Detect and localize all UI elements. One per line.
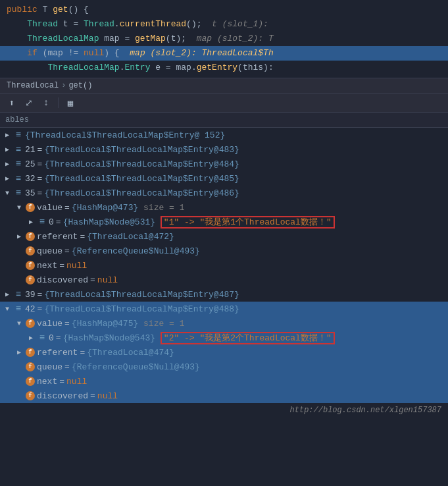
tree-arrow[interactable]	[14, 319, 24, 328]
var-value: null	[66, 377, 87, 387]
field-icon: f	[26, 377, 35, 386]
tree-arrow[interactable]	[3, 174, 12, 183]
var-value: {ThreadLocal$ThreadLocalMap$Entry@484}	[44, 159, 239, 169]
tree-row[interactable]: fqueue = {ReferenceQueue$Null@493}	[0, 360, 448, 374]
toolbar-step-into[interactable]: ⤢	[22, 96, 36, 109]
var-value: {ThreadLocal$ThreadLocalMap$Entry@ 152}	[25, 130, 225, 140]
var-value: {ReferenceQueue$Null@493}	[72, 246, 200, 256]
tree-row[interactable]: {ThreadLocal$ThreadLocalMap$Entry@ 152}	[0, 128, 448, 142]
var-equals: =	[90, 391, 95, 401]
var-name: referent	[37, 232, 78, 242]
var-equals: =	[64, 203, 70, 213]
tree-row[interactable]: 32 = {ThreadLocal$ThreadLocalMap$Entry@4…	[0, 171, 448, 186]
var-name: value	[37, 319, 62, 329]
var-name: 32	[25, 174, 36, 184]
var-name: 0	[49, 217, 54, 227]
tree-row[interactable]: 35 = {ThreadLocal$ThreadLocalMap$Entry@4…	[0, 186, 448, 200]
list-icon	[14, 130, 23, 140]
breadcrumb-get: get()	[68, 81, 92, 90]
var-equals: =	[37, 304, 43, 314]
tree-row[interactable]: 25 = {ThreadLocal$ThreadLocalMap$Entry@4…	[0, 157, 448, 171]
breadcrumb: ThreadLocal › get()	[0, 78, 448, 94]
var-equals: =	[59, 377, 64, 387]
var-equals: =	[59, 261, 64, 271]
toolbar-step-over[interactable]: ↕	[39, 96, 53, 109]
tree-row[interactable]: fdiscovered = null	[0, 389, 448, 403]
var-name: queue	[37, 362, 62, 372]
tree-row[interactable]: fvalue = {HashMap@473} size = 1	[0, 200, 448, 215]
code-line-1: public T get() {	[0, 3, 448, 17]
var-highlight-value: "2" -> "我是第2个ThreadLocal数据！"	[161, 332, 335, 344]
field-icon: f	[26, 348, 35, 357]
tree-arrow[interactable]	[3, 188, 12, 198]
tree-row[interactable]: 39 = {ThreadLocal$ThreadLocalMap$Entry@4…	[0, 287, 448, 302]
var-value: null	[66, 261, 87, 271]
var-name: queue	[37, 246, 62, 256]
tree-row[interactable]: 0 = {HashMap$Node@543} "2" -> "我是第2个Thre…	[0, 331, 448, 345]
field-icon: f	[26, 391, 35, 400]
var-equals: =	[64, 246, 70, 256]
var-value: {ThreadLocal$ThreadLocalMap$Entry@486}	[44, 188, 239, 198]
toolbar-step-out[interactable]: ⬆	[5, 96, 18, 109]
field-icon: f	[26, 362, 35, 371]
var-value: {ThreadLocal$ThreadLocalMap$Entry@485}	[44, 174, 239, 184]
tree-arrow[interactable]	[26, 217, 36, 227]
var-equals: =	[64, 319, 70, 329]
list-icon	[14, 290, 23, 299]
variables-header: ables	[0, 113, 448, 128]
var-name: discovered	[37, 275, 88, 285]
tree-arrow[interactable]	[3, 159, 12, 169]
var-value: {ThreadLocal$ThreadLocalMap$Entry@483}	[44, 145, 239, 155]
tree-row[interactable]: fnext = null	[0, 258, 448, 273]
var-value: {HashMap$Node@543} "2" -> "我是第2个ThreadLo…	[63, 332, 335, 344]
code-line-2: Thread t = Thread.currentThread(); t (sl…	[0, 17, 448, 32]
var-name: 0	[49, 333, 54, 343]
var-equals: =	[37, 145, 43, 155]
tree-row[interactable]: 42 = {ThreadLocal$ThreadLocalMap$Entry@4…	[0, 302, 448, 316]
list-icon	[14, 159, 23, 169]
tree-row[interactable]: fnext = null	[0, 374, 448, 389]
tree-arrow[interactable]	[14, 203, 24, 212]
var-value: {ThreadLocal$ThreadLocalMap$Entry@487}	[44, 290, 239, 300]
list-icon	[37, 333, 47, 342]
field-icon: f	[26, 275, 35, 284]
var-name: 39	[25, 290, 36, 300]
toolbar-separator	[58, 97, 59, 108]
var-equals: =	[37, 188, 43, 198]
tree-arrow[interactable]	[26, 333, 36, 342]
tree-row[interactable]: 0 = {HashMap$Node@531} "1" -> "我是第1个Thre…	[0, 215, 448, 229]
code-section: public T get() { Thread t = Thread.curre…	[0, 0, 448, 113]
field-icon: f	[26, 261, 35, 270]
tree-arrow[interactable]	[3, 145, 12, 154]
watermark: http://blog.csdn.net/xlgen157387	[0, 403, 448, 418]
toolbar: ⬆ ⤢ ↕ ▦	[0, 94, 448, 113]
tree-row[interactable]: fdiscovered = null	[0, 273, 448, 287]
field-icon: f	[26, 203, 35, 212]
var-name: 42	[25, 304, 36, 314]
tree-arrow[interactable]	[14, 232, 24, 241]
tree-row[interactable]: 21 = {ThreadLocal$ThreadLocalMap$Entry@4…	[0, 142, 448, 157]
list-icon	[14, 174, 23, 183]
field-icon: f	[26, 319, 35, 328]
toolbar-view[interactable]: ▦	[64, 96, 77, 109]
tree-row[interactable]: fvalue = {HashMap@475} size = 1	[0, 316, 448, 331]
var-value: {ThreadLocal$ThreadLocalMap$Entry@488}	[44, 304, 239, 314]
var-value: null	[97, 275, 118, 285]
var-highlight-value: "1" -> "我是第1个ThreadLocal数据！"	[161, 216, 335, 229]
tree-row[interactable]: freferent = {ThreadLocal@472}	[0, 229, 448, 244]
list-icon	[14, 145, 23, 154]
tree-arrow[interactable]	[3, 130, 12, 140]
field-icon: f	[26, 246, 35, 256]
tree-container: {ThreadLocal$ThreadLocalMap$Entry@ 152}2…	[0, 128, 448, 403]
tree-arrow[interactable]	[14, 348, 24, 357]
var-name: 25	[25, 159, 36, 169]
tree-arrow[interactable]	[3, 290, 12, 299]
tree-row[interactable]: fqueue = {ReferenceQueue$Null@493}	[0, 244, 448, 258]
var-value: {ReferenceQueue$Null@493}	[72, 362, 200, 372]
var-equals: =	[56, 217, 61, 227]
var-equals: =	[37, 159, 43, 169]
var-name: next	[37, 377, 57, 387]
var-equals: =	[56, 333, 61, 343]
tree-arrow[interactable]	[3, 304, 12, 313]
tree-row[interactable]: freferent = {ThreadLocal@474}	[0, 345, 448, 360]
